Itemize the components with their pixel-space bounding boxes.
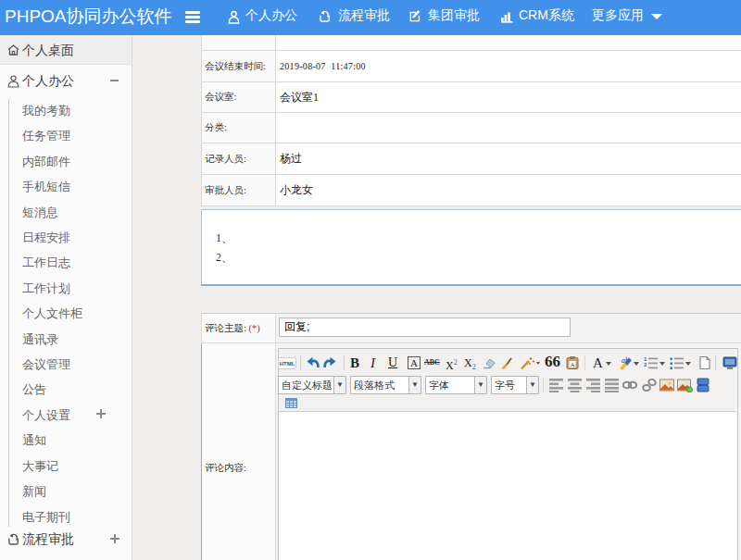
svg-text:2: 2 — [644, 362, 647, 367]
svg-text:ab: ab — [622, 356, 629, 365]
svg-text:A: A — [571, 361, 575, 367]
